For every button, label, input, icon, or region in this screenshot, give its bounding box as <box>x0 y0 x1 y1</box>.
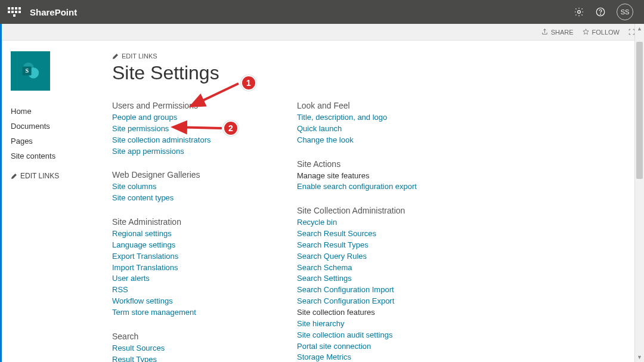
group-heading: Users and Permissions <box>112 101 273 110</box>
page-title: Site Settings <box>112 62 644 84</box>
svg-point-0 <box>578 11 581 14</box>
static-site-collection-features: Site collection features <box>297 307 458 318</box>
link-site-permissions[interactable]: Site permissions <box>112 123 273 135</box>
link-result-types[interactable]: Result Types <box>112 354 273 362</box>
link-search-config-export[interactable]: Search Configuration Export <box>297 296 458 307</box>
edit-links-label: EDIT LINKS <box>20 172 59 180</box>
link-rss[interactable]: RSS <box>112 284 273 296</box>
group-look-and-feel: Look and Feel Title, description, and lo… <box>297 101 458 146</box>
ribbon: SHARE FOLLOW <box>0 24 644 41</box>
follow-button[interactable]: FOLLOW <box>582 28 620 36</box>
link-term-store-management[interactable]: Term store management <box>112 307 273 318</box>
edit-links-nav[interactable]: EDIT LINKS <box>11 172 112 180</box>
star-icon <box>582 28 590 36</box>
window-accent <box>0 0 2 362</box>
gear-icon[interactable] <box>574 7 584 17</box>
group-heading: Web Designer Galleries <box>112 170 273 180</box>
link-people-groups[interactable]: People and groups <box>112 112 273 123</box>
link-language-settings[interactable]: Language settings <box>112 240 273 251</box>
svg-text:S: S <box>25 67 29 74</box>
nav-documents[interactable]: Documents <box>11 119 112 134</box>
pencil-icon <box>11 173 17 180</box>
link-site-app-permissions[interactable]: Site app permissions <box>112 146 273 157</box>
group-site-actions: Site Actions Manage site features Enable… <box>297 159 458 193</box>
svg-point-2 <box>600 14 601 14</box>
link-portal-site-connection[interactable]: Portal site connection <box>297 341 458 352</box>
link-search-result-types[interactable]: Search Result Types <box>297 240 458 251</box>
group-site-collection-admin: Site Collection Administration Recycle b… <box>297 206 458 362</box>
share-icon <box>541 28 549 36</box>
group-users-permissions: Users and Permissions People and groups … <box>112 101 273 157</box>
app-launcher-icon[interactable] <box>7 5 21 19</box>
static-manage-site-features: Manage site features <box>297 171 458 182</box>
link-site-hierarchy[interactable]: Site hierarchy <box>297 318 458 330</box>
nav-home[interactable]: Home <box>11 104 112 119</box>
nav-site-contents[interactable]: Site contents <box>11 148 112 163</box>
link-enable-search-config-export[interactable]: Enable search configuration export <box>297 181 458 193</box>
link-workflow-settings[interactable]: Workflow settings <box>112 296 273 307</box>
link-regional-settings[interactable]: Regional settings <box>112 228 273 240</box>
link-site-content-types[interactable]: Site content types <box>112 193 273 204</box>
share-button[interactable]: SHARE <box>541 28 574 36</box>
group-heading: Look and Feel <box>297 101 458 110</box>
link-site-collection-audit[interactable]: Site collection audit settings <box>297 330 458 341</box>
avatar[interactable]: SS <box>617 4 633 20</box>
sharepoint-logo-icon: S <box>18 59 42 83</box>
group-web-designer-galleries: Web Designer Galleries Site columns Site… <box>112 170 273 204</box>
quick-launch-nav: Home Documents Pages Site contents <box>11 104 112 163</box>
link-quick-launch[interactable]: Quick launch <box>297 123 458 135</box>
link-title-desc-logo[interactable]: Title, description, and logo <box>297 112 458 123</box>
scroll-up-arrow-icon[interactable]: ▲ <box>635 24 644 33</box>
link-result-sources[interactable]: Result Sources <box>112 343 273 354</box>
link-search-result-sources[interactable]: Search Result Sources <box>297 228 458 240</box>
link-recycle-bin[interactable]: Recycle bin <box>297 217 458 228</box>
group-heading: Search <box>112 332 273 341</box>
link-user-alerts[interactable]: User alerts <box>112 273 273 284</box>
link-site-collection-admins[interactable]: Site collection administrators <box>112 135 273 146</box>
link-storage-metrics[interactable]: Storage Metrics <box>297 352 458 362</box>
link-search-config-import[interactable]: Search Configuration Import <box>297 284 458 296</box>
group-search: Search Result Sources Result Types Query… <box>112 332 273 362</box>
scroll-down-arrow-icon[interactable]: ▼ <box>635 352 644 362</box>
link-export-translations[interactable]: Export Translations <box>112 251 273 262</box>
group-site-administration: Site Administration Regional settings La… <box>112 217 273 318</box>
brand-label: SharePoint <box>30 7 77 17</box>
pencil-icon <box>112 53 119 60</box>
group-heading: Site Administration <box>112 217 273 227</box>
settings-column-1: Users and Permissions People and groups … <box>112 101 273 362</box>
share-label: SHARE <box>551 29 574 36</box>
scrollbar-thumb[interactable] <box>636 42 643 179</box>
site-logo[interactable]: S <box>11 51 50 91</box>
link-change-the-look[interactable]: Change the look <box>297 135 458 146</box>
link-search-query-rules[interactable]: Search Query Rules <box>297 251 458 262</box>
edit-links-top-label: EDIT LINKS <box>122 52 157 60</box>
edit-links-top[interactable]: EDIT LINKS <box>112 52 644 60</box>
suite-bar: SharePoint SS <box>0 0 644 24</box>
help-icon[interactable] <box>595 7 606 17</box>
link-import-translations[interactable]: Import Translations <box>112 262 273 274</box>
group-heading: Site Collection Administration <box>297 206 458 215</box>
settings-column-2: Look and Feel Title, description, and lo… <box>297 101 458 362</box>
nav-pages[interactable]: Pages <box>11 134 112 148</box>
follow-label: FOLLOW <box>592 29 620 36</box>
vertical-scrollbar[interactable]: ▲ ▼ <box>634 24 644 362</box>
link-search-settings-sc[interactable]: Search Settings <box>297 273 458 284</box>
link-site-columns[interactable]: Site columns <box>112 181 273 193</box>
group-heading: Site Actions <box>297 159 458 169</box>
link-search-schema[interactable]: Search Schema <box>297 262 458 274</box>
